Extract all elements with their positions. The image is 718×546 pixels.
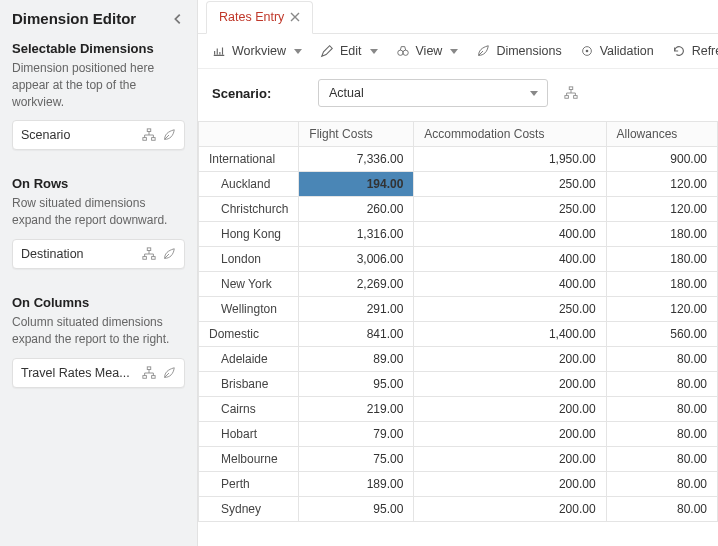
cell[interactable]: 250.00 — [414, 197, 606, 222]
cell[interactable]: 260.00 — [299, 197, 414, 222]
cell[interactable]: 250.00 — [414, 172, 606, 197]
edit-button[interactable]: Edit — [320, 44, 378, 58]
row-label[interactable]: Sydney — [199, 497, 299, 522]
leaf-icon[interactable] — [162, 128, 176, 142]
cell[interactable]: 3,006.00 — [299, 247, 414, 272]
cell[interactable]: 180.00 — [606, 272, 717, 297]
row-label[interactable]: International — [199, 147, 299, 172]
cell[interactable]: 120.00 — [606, 197, 717, 222]
svg-rect-5 — [152, 257, 156, 260]
cell[interactable]: 200.00 — [414, 372, 606, 397]
cell[interactable]: 1,316.00 — [299, 222, 414, 247]
tab-rates-entry[interactable]: Rates Entry — [206, 1, 313, 34]
app: Dimension Editor Selectable Dimensions D… — [0, 0, 718, 546]
view-button[interactable]: View — [396, 44, 459, 58]
cell[interactable]: 95.00 — [299, 372, 414, 397]
cell[interactable]: 200.00 — [414, 472, 606, 497]
cell[interactable]: 841.00 — [299, 322, 414, 347]
cell[interactable]: 80.00 — [606, 422, 717, 447]
svg-rect-13 — [569, 87, 573, 90]
sidebar-title: Dimension Editor — [12, 10, 136, 27]
data-grid[interactable]: Flight Costs Accommodation Costs Allowan… — [198, 121, 718, 546]
cell[interactable]: 80.00 — [606, 447, 717, 472]
cell[interactable]: 560.00 — [606, 322, 717, 347]
scenario-row: Scenario: Actual — [198, 69, 718, 121]
row-label[interactable]: Domestic — [199, 322, 299, 347]
cell[interactable]: 400.00 — [414, 222, 606, 247]
dimension-pill-measures[interactable]: Travel Rates Mea... — [12, 358, 185, 388]
target-icon — [580, 44, 594, 58]
cell[interactable]: 200.00 — [414, 422, 606, 447]
table-row: New York2,269.00400.00180.00 — [199, 272, 718, 297]
col-header-flight[interactable]: Flight Costs — [299, 122, 414, 147]
chart-icon — [212, 44, 226, 58]
hierarchy-icon[interactable] — [142, 247, 156, 261]
cell[interactable]: 194.00 — [299, 172, 414, 197]
svg-rect-4 — [143, 257, 147, 260]
cell[interactable]: 400.00 — [414, 272, 606, 297]
cell[interactable]: 79.00 — [299, 422, 414, 447]
cell[interactable]: 200.00 — [414, 397, 606, 422]
row-label[interactable]: London — [199, 247, 299, 272]
cell[interactable]: 180.00 — [606, 247, 717, 272]
cell[interactable]: 900.00 — [606, 147, 717, 172]
row-label[interactable]: New York — [199, 272, 299, 297]
hierarchy-icon[interactable] — [142, 366, 156, 380]
row-label[interactable]: Wellington — [199, 297, 299, 322]
validation-button[interactable]: Validation — [580, 44, 654, 58]
hierarchy-icon[interactable] — [564, 86, 578, 100]
cell[interactable]: 2,269.00 — [299, 272, 414, 297]
section-selectable: Selectable Dimensions Dimension position… — [12, 41, 185, 150]
row-label[interactable]: Cairns — [199, 397, 299, 422]
cell[interactable]: 7,336.00 — [299, 147, 414, 172]
dimension-pill-scenario[interactable]: Scenario — [12, 120, 185, 150]
cell[interactable]: 291.00 — [299, 297, 414, 322]
chevron-left-icon[interactable] — [171, 12, 185, 26]
svg-rect-2 — [152, 138, 156, 141]
row-label[interactable]: Hong Kong — [199, 222, 299, 247]
cell[interactable]: 219.00 — [299, 397, 414, 422]
dimension-pill-destination[interactable]: Destination — [12, 239, 185, 269]
cell[interactable]: 200.00 — [414, 447, 606, 472]
cell[interactable]: 400.00 — [414, 247, 606, 272]
col-header-allowances[interactable]: Allowances — [606, 122, 717, 147]
row-label[interactable]: Melbourne — [199, 447, 299, 472]
refresh-button[interactable]: Refresh — [672, 44, 718, 58]
cell[interactable]: 189.00 — [299, 472, 414, 497]
row-label[interactable]: Perth — [199, 472, 299, 497]
cell[interactable]: 250.00 — [414, 297, 606, 322]
dimensions-button[interactable]: Dimensions — [476, 44, 561, 58]
cell[interactable]: 75.00 — [299, 447, 414, 472]
scenario-select[interactable]: Actual — [318, 79, 548, 107]
section-heading: On Columns — [12, 295, 185, 310]
cell[interactable]: 80.00 — [606, 397, 717, 422]
cell[interactable]: 80.00 — [606, 497, 717, 522]
dimension-editor-panel: Dimension Editor Selectable Dimensions D… — [0, 0, 198, 546]
close-icon[interactable] — [290, 12, 300, 22]
leaf-icon[interactable] — [162, 247, 176, 261]
row-label[interactable]: Auckland — [199, 172, 299, 197]
hierarchy-icon[interactable] — [142, 128, 156, 142]
toolbar-label: Dimensions — [496, 44, 561, 58]
cell[interactable]: 89.00 — [299, 347, 414, 372]
cell[interactable]: 180.00 — [606, 222, 717, 247]
sidebar-header: Dimension Editor — [12, 10, 185, 27]
cell[interactable]: 80.00 — [606, 372, 717, 397]
cell[interactable]: 200.00 — [414, 347, 606, 372]
cell[interactable]: 1,950.00 — [414, 147, 606, 172]
cell[interactable]: 120.00 — [606, 297, 717, 322]
cell[interactable]: 1,400.00 — [414, 322, 606, 347]
col-header-blank[interactable] — [199, 122, 299, 147]
col-header-accommodation[interactable]: Accommodation Costs — [414, 122, 606, 147]
row-label[interactable]: Adelaide — [199, 347, 299, 372]
leaf-icon[interactable] — [162, 366, 176, 380]
row-label[interactable]: Christchurch — [199, 197, 299, 222]
row-label[interactable]: Hobart — [199, 422, 299, 447]
cell[interactable]: 200.00 — [414, 497, 606, 522]
cell[interactable]: 80.00 — [606, 347, 717, 372]
cell[interactable]: 120.00 — [606, 172, 717, 197]
cell[interactable]: 95.00 — [299, 497, 414, 522]
workview-button[interactable]: Workview — [212, 44, 302, 58]
row-label[interactable]: Brisbane — [199, 372, 299, 397]
cell[interactable]: 80.00 — [606, 472, 717, 497]
